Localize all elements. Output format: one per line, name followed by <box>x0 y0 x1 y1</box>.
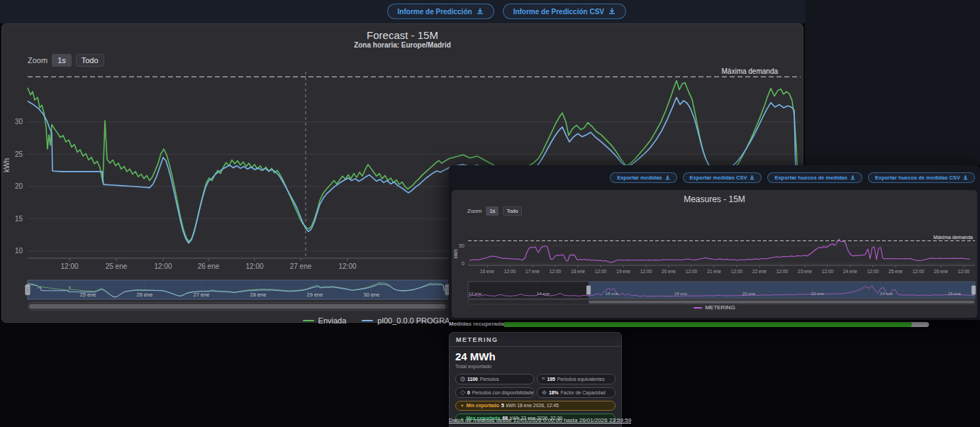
informe-prediccion-label: Informe de Predicción <box>398 8 472 16</box>
y-axis-title: kWh <box>3 158 11 172</box>
zoom-label: Zoom <box>28 56 48 65</box>
max-demand-label: Máxima demanda <box>722 67 779 75</box>
approx-icon: ≈ <box>542 376 545 382</box>
measures-title: Measures - 15M <box>452 194 977 204</box>
metering-card: METERING 24 MWh Total exportado 1100 Per… <box>449 332 622 427</box>
recovery-progress-bar <box>503 322 929 327</box>
recovery-progress-fill <box>503 322 912 327</box>
measures-zoom-controls: Zoom 1s Todo <box>467 206 522 216</box>
min-exported-label: Mín exportado <box>466 403 499 408</box>
y-axis-title: kWh <box>453 249 458 258</box>
informe-prediccion-csv-button[interactable]: Informe de Predicción CSV <box>503 4 626 19</box>
clock-icon <box>460 377 465 382</box>
navigator-date-label: 14 ene <box>537 292 550 296</box>
y-tick-label: 30 <box>15 118 23 126</box>
navigator-date-label: 12 ene <box>469 292 482 296</box>
x-tick-label: 12:00 <box>550 269 562 274</box>
periods-label: Periodos <box>480 377 499 382</box>
zoom-1s-button[interactable]: 1s <box>486 206 499 216</box>
navigator-date-label: 30 ene <box>364 292 380 298</box>
x-tick-label: 27 ene <box>290 262 312 270</box>
x-tick-label: 12:00 <box>686 269 698 274</box>
navigator-date-label: 24 ene <box>880 292 893 296</box>
x-tick-label: 21 ene <box>707 269 721 274</box>
equivalent-periods-label: Periodos equivalentes <box>557 377 605 382</box>
y-tick-label: 20 <box>15 182 23 190</box>
navigator-handle[interactable] <box>26 284 30 295</box>
triangle-down-icon: ▼ <box>460 404 464 408</box>
metering-series-line <box>469 239 970 262</box>
capacity-factor-chip: 18% Factor de Capacidad <box>537 387 616 398</box>
y-tick-label: 50 <box>459 243 464 248</box>
metering-card-header: METERING <box>450 333 621 347</box>
measures-legend: METERING <box>452 304 977 311</box>
x-tick-label: 12:00 <box>867 269 879 274</box>
navigator-unselected-region[interactable] <box>468 282 589 299</box>
navigator-date-label: 25 ene <box>80 292 96 298</box>
x-tick-label: 26 ene <box>198 262 220 270</box>
y-tick-label: 15 <box>15 215 23 223</box>
min-exported-value: 5 <box>501 403 504 408</box>
legend-item-enviada[interactable]: Enviada <box>303 316 347 325</box>
navigator-date-label: 26 ene <box>948 292 962 296</box>
periods-chip: 1100 Periodos <box>455 374 534 384</box>
y-tick-label: 10 <box>15 247 23 255</box>
x-tick-label: 18 ene <box>571 269 585 274</box>
measures-chart[interactable]: 050kWhMáxima demanda16 ene12:0017 ene12:… <box>449 165 980 320</box>
forecast-subtitle: Zona horaria: Europe/Madrid <box>2 41 803 49</box>
availability-periods-label: Periodos con disponibilidades <box>472 390 534 395</box>
metering-stats-grid: 1100 Periodos ≈ 195 Periodos equivalente… <box>455 374 616 398</box>
x-tick-label: 26 ene <box>934 269 948 274</box>
navigator-date-label: 16 ene <box>606 292 619 296</box>
x-tick-label: 23 ene <box>798 269 812 274</box>
legend-label: METERING <box>705 304 735 311</box>
data-range-link[interactable]: Datos de medidas desde 12/01/2026 0:00:0… <box>449 417 631 423</box>
x-tick-label: 20 ene <box>662 269 676 274</box>
circle-icon <box>460 390 465 395</box>
x-tick-label: 12:00 <box>338 262 356 270</box>
legend-label: pl00_0.0.0 PROGRAM <box>377 316 456 325</box>
x-tick-label: 12:00 <box>822 269 834 274</box>
x-tick-label: 19 ene <box>616 269 630 274</box>
navigator-handle[interactable] <box>586 286 591 295</box>
x-tick-label: 25 ene <box>106 262 128 270</box>
navigator-date-label: 28 ene <box>250 292 267 298</box>
periods-value: 1100 <box>467 377 478 382</box>
legend-item-metering[interactable]: METERING <box>694 304 735 311</box>
top-bar: Informe de Predicción Informe de Predicc… <box>0 0 805 23</box>
zoom-1s-button[interactable]: 1s <box>52 54 72 67</box>
x-tick-label: 12:00 <box>958 269 970 274</box>
download-icon <box>608 8 616 15</box>
navigator-handle[interactable] <box>971 286 976 295</box>
forecast-title: Forecast - 15M <box>2 29 803 41</box>
navigator-date-label: 22 ene <box>811 292 825 296</box>
x-tick-label: 22 ene <box>752 269 767 274</box>
navigator-date-label: 27 ene <box>194 292 210 298</box>
gear-icon <box>542 390 547 395</box>
informe-prediccion-csv-label: Informe de Predicción CSV <box>513 8 604 16</box>
x-tick-label: 16 ene <box>480 269 494 274</box>
total-exported-value: 24 MWh <box>455 351 616 362</box>
background-strip <box>805 0 980 165</box>
x-tick-label: 12:00 <box>504 269 516 274</box>
zoom-todo-button[interactable]: Todo <box>76 54 104 67</box>
x-tick-label: 17 ene <box>525 269 540 274</box>
x-tick-label: 12:00 <box>245 262 263 270</box>
availability-periods-chip: 0 Periodos con disponibilidades <box>455 387 534 398</box>
legend-item-program[interactable]: pl00_0.0.0 PROGRAM <box>362 316 456 325</box>
download-icon <box>477 8 484 15</box>
informe-prediccion-button[interactable]: Informe de Predicción <box>387 4 494 19</box>
x-tick-label: 12:00 <box>640 269 652 274</box>
y-tick-label: 25 <box>15 150 23 158</box>
navigator-date-label: 26 ene <box>137 292 153 298</box>
chart-scrollbar[interactable] <box>29 304 446 309</box>
chart-scrollbar[interactable] <box>589 301 974 304</box>
y-tick-label: 0 <box>462 261 464 266</box>
availability-periods-value: 0 <box>467 390 470 395</box>
equivalent-periods-chip: ≈ 195 Periodos equivalentes <box>537 374 616 384</box>
x-tick-label: 12:00 <box>731 269 743 274</box>
measures-window: Exportar medidas Exportar medidas CSV Ex… <box>449 165 980 320</box>
measures-summary-section: Medidas recuperadas: 96% METERING 24 MWh… <box>449 320 980 427</box>
forecast-zoom-controls: Zoom 1s Todo <box>28 54 104 67</box>
zoom-todo-button[interactable]: Todo <box>503 206 521 216</box>
